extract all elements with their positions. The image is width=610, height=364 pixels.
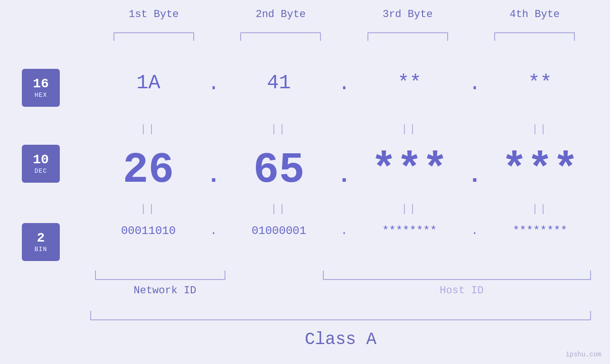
- hex-values-row: 1A . 41 . ** . **: [90, 70, 598, 95]
- hex-byte1: 1A: [90, 72, 206, 94]
- host-id-label: Host ID: [332, 285, 591, 297]
- main-container: 1st Byte 2nd Byte 3rd Byte 4th Byte 16 H…: [0, 0, 610, 364]
- base-dec-label: 10 DEC: [22, 145, 60, 183]
- dec-dot1: .: [206, 162, 221, 189]
- class-a-label: Class A: [90, 330, 591, 349]
- hex-dot3: .: [468, 73, 482, 95]
- network-bracket: [95, 271, 225, 280]
- dec-dot2: .: [337, 162, 351, 189]
- id-labels: Network ID Host ID: [90, 285, 591, 297]
- dec-byte3: ***: [351, 146, 468, 195]
- eq-hd-2: ||: [221, 123, 337, 135]
- base-bin-label: 2 BIN: [22, 223, 60, 261]
- col-header-byte4: 4th Byte: [471, 9, 599, 20]
- bin-byte4: ********: [482, 224, 598, 237]
- col-header-byte1: 1st Byte: [90, 9, 217, 20]
- eq-hd-3: ||: [351, 123, 468, 135]
- hex-dot1: .: [206, 73, 221, 95]
- eq-db-4: ||: [482, 203, 598, 215]
- hex-byte3: **: [351, 72, 468, 94]
- bin-byte3: ********: [351, 224, 468, 237]
- bin-dot1: .: [206, 224, 221, 237]
- bin-dot2: .: [337, 224, 351, 237]
- watermark: ipshu.com: [565, 351, 601, 358]
- col-header-byte3: 3rd Byte: [344, 9, 471, 20]
- eq-hd-1: ||: [90, 123, 206, 135]
- bin-dot3: .: [468, 224, 482, 237]
- eq-hd-4: ||: [482, 123, 598, 135]
- dec-byte4: ***: [482, 146, 598, 195]
- class-bracket: [90, 311, 591, 320]
- host-bracket: [323, 271, 591, 280]
- bin-byte1: 00011010: [90, 224, 206, 237]
- dec-byte2: 65: [221, 146, 337, 195]
- dec-dot3: .: [468, 162, 482, 189]
- hex-byte4: **: [482, 72, 598, 94]
- col-header-byte2: 2nd Byte: [217, 9, 345, 20]
- network-id-label: Network ID: [95, 285, 235, 297]
- base-hex-label: 16 HEX: [22, 69, 60, 107]
- eq-db-2: ||: [221, 203, 337, 215]
- dec-values-row: 26 . 65 . *** . ***: [90, 146, 598, 195]
- hex-byte2: 41: [221, 72, 337, 94]
- equals-dec-bin: || || || ||: [90, 203, 598, 215]
- hex-dot2: .: [337, 73, 351, 95]
- eq-db-1: ||: [90, 203, 206, 215]
- col-headers: 1st Byte 2nd Byte 3rd Byte 4th Byte: [90, 9, 598, 20]
- bin-values-row: 00011010 . 01000001 . ******** . *******…: [90, 224, 598, 237]
- dec-byte1: 26: [90, 146, 206, 195]
- top-brackets: [90, 32, 598, 41]
- equals-hex-dec: || || || ||: [90, 123, 598, 135]
- bin-byte2: 01000001: [221, 224, 337, 237]
- eq-db-3: ||: [351, 203, 468, 215]
- bottom-brackets: [90, 271, 591, 280]
